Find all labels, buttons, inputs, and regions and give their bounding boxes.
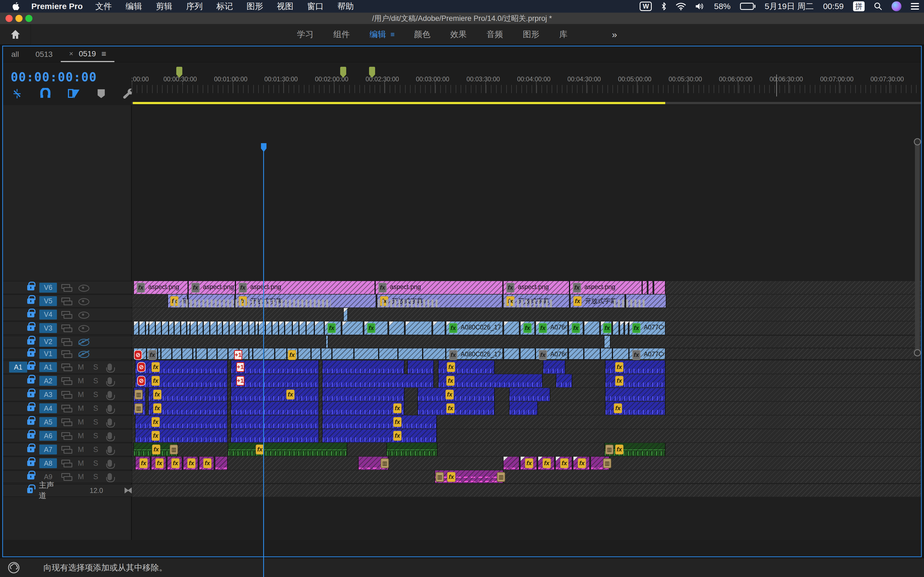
vscroll-handle-top[interactable] — [914, 138, 921, 145]
timeline-clip[interactable]: fx — [417, 402, 495, 415]
track-lock-icon[interactable] — [27, 298, 34, 304]
timeline-clip[interactable]: fxA077C0 — [629, 348, 666, 359]
menu-item[interactable]: 剪辑 — [156, 1, 173, 12]
siri-icon[interactable] — [892, 2, 901, 11]
timeline-clip[interactable] — [145, 321, 149, 335]
sync-lock-icon[interactable] — [61, 405, 72, 412]
timeline-clip[interactable] — [203, 321, 210, 335]
audio-transition-icon[interactable]: ▥ — [134, 403, 143, 413]
track-lane-A2[interactable]: ⊘fx+1fxfx — [132, 374, 921, 387]
menu-item[interactable]: 编辑 — [126, 1, 142, 12]
timeline-clip[interactable]: fx — [364, 321, 388, 335]
track-name-V1[interactable]: V1 — [39, 349, 57, 359]
track-output-eye-icon[interactable] — [78, 350, 89, 358]
menu-item[interactable]: 文件 — [95, 1, 112, 12]
track-lane-A4[interactable]: ▥fxfxfxfx — [132, 402, 921, 415]
timeline-clip[interactable] — [190, 321, 197, 335]
timeline-clip[interactable]: fx — [231, 388, 319, 401]
timeline-clip[interactable] — [158, 348, 161, 359]
sequence-tab-0519[interactable]: ×0519≡ — [61, 47, 115, 62]
timeline-clip[interactable]: fx — [135, 416, 228, 429]
timeline-clip[interactable] — [600, 348, 612, 359]
input-method-icon[interactable]: 拼 — [853, 2, 864, 11]
wps-menu-icon[interactable]: W — [640, 2, 652, 11]
timeline-clip[interactable]: fx — [605, 374, 666, 387]
voiceover-record-icon[interactable] — [108, 391, 112, 398]
fx-badge[interactable]: fx — [378, 283, 387, 293]
track-name-A5[interactable]: A5 — [39, 417, 57, 427]
fx-badge[interactable]: fx — [572, 323, 580, 333]
vertical-scroll-thumb[interactable] — [915, 139, 920, 356]
track-lane-A5[interactable]: fxfx — [132, 416, 921, 429]
timeline-clip[interactable] — [605, 388, 666, 401]
menu-bar-time[interactable]: 00:59 — [823, 2, 844, 11]
timeline-clip[interactable] — [389, 321, 404, 335]
fx-badge[interactable]: fx — [632, 323, 640, 333]
mute-button[interactable]: M — [77, 390, 85, 399]
track-lane-A9[interactable]: ▥fx▥ — [132, 471, 921, 483]
fx-badge[interactable]: fx — [615, 445, 624, 455]
fx-badge[interactable]: fx — [137, 283, 145, 293]
fx-badge[interactable]: fx — [506, 283, 515, 293]
track-output-eye-icon[interactable] — [78, 338, 89, 345]
timeline-clip[interactable] — [242, 321, 249, 335]
timeline-clip[interactable] — [298, 348, 311, 359]
solo-button[interactable]: S — [92, 377, 100, 385]
timeline-clip[interactable]: +1 — [231, 374, 319, 387]
track-output-eye-icon[interactable] — [78, 324, 89, 332]
fx-badge[interactable]: fx — [393, 403, 402, 413]
timeline-clip[interactable] — [584, 321, 600, 335]
timeline-clip[interactable]: fxA076C — [535, 348, 568, 359]
work-area-bar[interactable] — [133, 102, 665, 104]
track-name-V6[interactable]: V6 — [39, 283, 57, 293]
timeline-clip[interactable] — [231, 429, 319, 442]
timeline-clip[interactable] — [161, 348, 172, 359]
timeline-clip[interactable]: fxA077C0 — [629, 321, 666, 335]
timeline-clip[interactable] — [249, 321, 255, 335]
solo-button[interactable]: S — [92, 472, 100, 481]
timeline-clip[interactable] — [264, 348, 275, 359]
solo-button[interactable]: S — [92, 404, 100, 413]
timeline-clip[interactable] — [235, 321, 242, 335]
timeline-clip[interactable]: fx — [183, 457, 198, 470]
fx-badge[interactable]: +1 — [236, 376, 244, 386]
timeline-clip[interactable] — [520, 348, 535, 359]
timeline-clip[interactable] — [155, 321, 162, 335]
timeline-clip[interactable]: fx — [569, 321, 583, 335]
timeline-clip[interactable] — [306, 321, 314, 335]
track-name-V3[interactable]: V3 — [39, 323, 57, 333]
fx-badge[interactable]: fx — [367, 323, 375, 333]
track-lock-icon[interactable] — [27, 325, 34, 331]
timeline-clip[interactable] — [642, 281, 647, 294]
timeline-clip[interactable] — [423, 348, 446, 359]
timeline-clip[interactable]: fx — [322, 429, 437, 442]
timeline-clip[interactable]: ▥ — [133, 388, 146, 401]
sync-lock-icon[interactable] — [61, 298, 72, 305]
timeline-clip[interactable] — [182, 348, 193, 359]
timeline-clip[interactable]: fx — [605, 402, 666, 415]
timeline-clip[interactable]: fxA080C026_170925_R — [446, 348, 503, 359]
workspace-tab-效果[interactable]: 效果 — [450, 29, 467, 40]
sequence-tab-0513[interactable]: 0513 — [27, 47, 61, 62]
source-patch-A1[interactable]: A1 — [9, 362, 27, 372]
wifi-icon[interactable] — [676, 2, 686, 10]
track-lock-icon[interactable] — [27, 378, 34, 384]
menu-item[interactable]: 序列 — [186, 1, 203, 12]
window-minimize-button[interactable] — [15, 15, 23, 22]
timeline-clip[interactable]: ▥ — [133, 402, 146, 415]
timeline-clip[interactable] — [314, 321, 324, 335]
timeline-clip[interactable] — [207, 348, 217, 359]
playhead-line[interactable] — [263, 145, 264, 577]
track-name-A3[interactable]: A3 — [39, 390, 57, 400]
fx-badge[interactable]: fx — [139, 458, 148, 468]
track-name-V4[interactable]: V4 — [39, 309, 57, 319]
timeline-clip[interactable] — [231, 402, 319, 415]
timeline-clip[interactable] — [258, 321, 265, 335]
fx-badge[interactable]: ⊘ — [134, 350, 142, 360]
sync-lock-icon[interactable] — [61, 432, 72, 439]
timeline-clip[interactable]: ⊘fx — [135, 374, 228, 387]
fx-badge[interactable]: fx — [449, 323, 457, 333]
timeline-clip[interactable]: fxaspect.png — [236, 281, 375, 294]
track-lane-A8[interactable]: fxfxfxfxfx▥fxfxfxfx▥ — [132, 457, 921, 470]
sync-lock-icon[interactable] — [61, 473, 72, 480]
